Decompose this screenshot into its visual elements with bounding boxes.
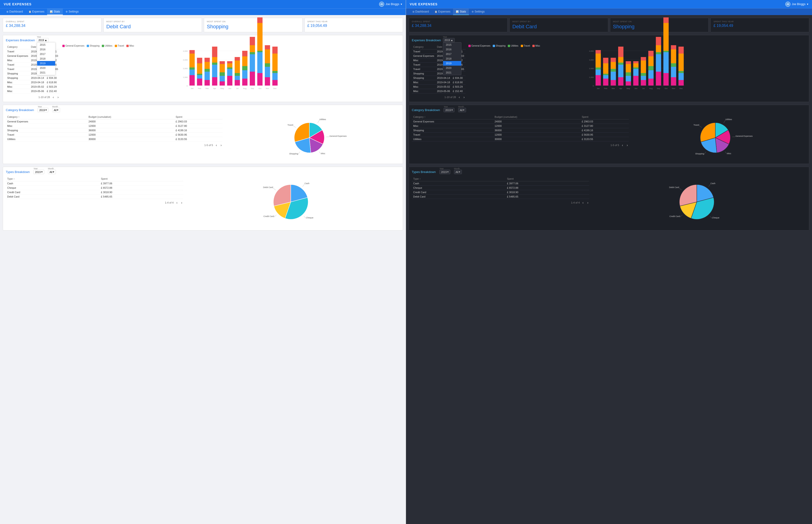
types-breakdown-header-light: Types Breakdown Year 2019 ▾ Month All ▾ <box>6 170 400 174</box>
year-2018-light[interactable]: 2018 <box>37 56 55 61</box>
svg-rect-66 <box>257 51 263 52</box>
svg-rect-26 <box>204 58 210 62</box>
cat-month-dropdown-dark[interactable]: Month All ▾ <box>458 108 466 112</box>
chevron-down-types-year-dark: ▾ <box>447 170 449 174</box>
table-row: Debit Card£ 5485.65 <box>6 195 183 199</box>
nav-dashboard-light[interactable]: ⊞Dashboard <box>4 9 26 15</box>
year-2015-dark[interactable]: 2015 <box>443 43 461 47</box>
svg-rect-125 <box>611 62 616 69</box>
bar-legend-dark: General ExpensesShoppingUtilitiesTravelM… <box>468 45 806 47</box>
prev-page-expenses-light[interactable]: ‹ <box>52 95 55 99</box>
year-2015-light[interactable]: 2015 <box>37 43 55 47</box>
svg-rect-142 <box>633 67 639 69</box>
svg-rect-164 <box>663 73 669 85</box>
prev-page-cat-dark[interactable]: ‹ <box>621 143 624 147</box>
next-page-types-dark[interactable]: › <box>586 201 590 204</box>
settings-icon: ⚙ <box>66 11 68 13</box>
nav-stats-light[interactable]: 📊Stats <box>47 9 63 15</box>
nav-dashboard-dark[interactable]: ⊞Dashboard <box>410 9 432 15</box>
svg-text:2,000: 2,000 <box>183 67 188 69</box>
types-month-dropdown-dark[interactable]: Month All ▾ <box>454 170 462 174</box>
prev-page-types-light[interactable]: ‹ <box>176 201 179 204</box>
svg-rect-18 <box>197 74 202 75</box>
prev-page-types-dark[interactable]: ‹ <box>581 201 584 204</box>
year-select-light[interactable]: 2019 ▲ <box>37 38 49 42</box>
next-page-expenses-light[interactable]: › <box>56 95 60 99</box>
stat-overall-dark: OVERALL SPENT £ 34,288.34 <box>409 18 508 32</box>
year-dropdown-menu-light[interactable]: 2015 2016 2017 2018 2019 2020 2021 <box>37 42 55 75</box>
svg-rect-148 <box>641 73 646 76</box>
year-2017-light[interactable]: 2017 <box>37 52 55 56</box>
svg-rect-112 <box>595 67 601 69</box>
year-2019-dark[interactable]: 2019 <box>443 61 461 66</box>
nav-settings-dark[interactable]: ⚙Settings <box>469 9 487 15</box>
types-year-dropdown-light[interactable]: Year 2019 ▾ <box>33 170 44 174</box>
svg-rect-110 <box>595 75 601 85</box>
cat-year-dropdown-dark[interactable]: Year 2019 ▾ <box>444 108 454 112</box>
svg-rect-179 <box>678 53 684 71</box>
svg-rect-13 <box>189 53 195 67</box>
types-month-select-light[interactable]: All ▾ <box>48 170 56 174</box>
cat-year-dropdown-light[interactable]: Year 2019 ▾ <box>37 108 48 112</box>
user-area-light[interactable]: JB Joe Bloggs ▾ <box>379 2 402 7</box>
year-2021-light[interactable]: 2021 <box>37 70 55 75</box>
svg-text:Jul: Jul <box>642 87 644 89</box>
svg-text:Shopping: Shopping <box>695 152 704 155</box>
prev-page-expenses-dark[interactable]: ‹ <box>458 95 461 99</box>
year-2016-light[interactable]: 2016 <box>37 47 55 52</box>
nav-expenses-dark[interactable]: 📋Expenses <box>432 9 453 15</box>
next-page-cat-dark[interactable]: › <box>626 143 629 147</box>
svg-rect-28 <box>212 77 217 85</box>
cat-month-dropdown-light[interactable]: Month All ▾ <box>52 108 60 112</box>
types-month-dropdown-light[interactable]: Month All ▾ <box>48 170 56 174</box>
next-page-types-light[interactable]: › <box>180 201 183 204</box>
table-row: Cash£ 3977.06 <box>412 181 589 186</box>
svg-text:Travel: Travel <box>694 124 699 126</box>
year-2021-dark[interactable]: 2021 <box>443 70 461 75</box>
cat-col-category[interactable]: Category ↑ <box>6 115 87 119</box>
stat-overall-light: OVERALL SPENT £ 34,288.34 <box>3 18 102 32</box>
legend-item: Shopping <box>493 45 506 47</box>
year-dropdown-light[interactable]: Year 2019 ▲ 2015 2016 2017 2018 2019 202… <box>37 38 49 42</box>
category-breakdown-header-light: Category Breakdown Year 2019 ▾ Month All… <box>6 108 400 112</box>
svg-rect-65 <box>257 52 263 73</box>
category-layout-dark: Category ↑ Budget (cumulative) Spent Gen… <box>412 115 806 161</box>
cat-year-select-dark[interactable]: 2019 ▾ <box>444 108 454 112</box>
types-year-select-light[interactable]: 2019 ▾ <box>33 170 44 174</box>
year-dropdown-menu-dark[interactable]: 2015 2016 2017 2018 2019 2020 2021 <box>443 42 461 75</box>
year-select-dark[interactable]: 2019 ▲ <box>443 38 455 42</box>
types-col-type[interactable]: Type ↑ <box>6 177 99 181</box>
cat-year-select-light[interactable]: 2019 ▾ <box>37 108 48 112</box>
cat-month-select-dark[interactable]: All ▾ <box>458 108 466 112</box>
types-col-type-dark[interactable]: Type ↑ <box>412 177 506 181</box>
year-dropdown-dark[interactable]: Year 2019 ▲ 2015 2016 2017 2018 2019 202… <box>443 38 455 42</box>
svg-text:Aug: Aug <box>243 87 246 89</box>
year-2020-dark[interactable]: 2020 <box>443 66 461 70</box>
types-month-select-dark[interactable]: All ▾ <box>454 170 462 174</box>
next-page-cat-light[interactable]: › <box>219 143 222 147</box>
cat-col-spent: Spent <box>174 115 222 119</box>
nav-stats-dark[interactable]: 📊Stats <box>453 9 469 15</box>
cat-pagination-dark: 1-5 of 5 ‹ › <box>412 143 629 147</box>
svg-line-192 <box>709 184 711 187</box>
svg-rect-152 <box>648 79 653 85</box>
nav-settings-light[interactable]: ⚙Settings <box>63 9 81 15</box>
year-2018-dark[interactable]: 2018 <box>443 56 461 61</box>
year-2020-light[interactable]: 2020 <box>37 66 55 70</box>
svg-rect-173 <box>671 49 676 63</box>
nav-expenses-light[interactable]: 📋Expenses <box>26 9 47 15</box>
year-2019-light[interactable]: 2019 <box>37 61 55 66</box>
svg-text:3,000: 3,000 <box>183 59 188 61</box>
user-area-dark[interactable]: JB Joe Bloggs ▾ <box>785 2 808 7</box>
legend-dot <box>508 45 510 47</box>
prev-page-cat-light[interactable]: ‹ <box>215 143 218 147</box>
year-2017-dark[interactable]: 2017 <box>443 52 461 56</box>
svg-text:May: May <box>220 87 224 89</box>
cat-col-category-dark[interactable]: Category ↑ <box>412 115 493 119</box>
types-year-select-dark[interactable]: 2019 ▾ <box>440 170 450 174</box>
cat-month-select-light[interactable]: All ▾ <box>52 108 60 112</box>
types-year-dropdown-dark[interactable]: Year 2019 ▾ <box>440 170 450 174</box>
next-page-expenses-dark[interactable]: › <box>463 95 466 99</box>
year-2016-dark[interactable]: 2016 <box>443 47 461 52</box>
svg-text:0: 0 <box>186 85 187 87</box>
